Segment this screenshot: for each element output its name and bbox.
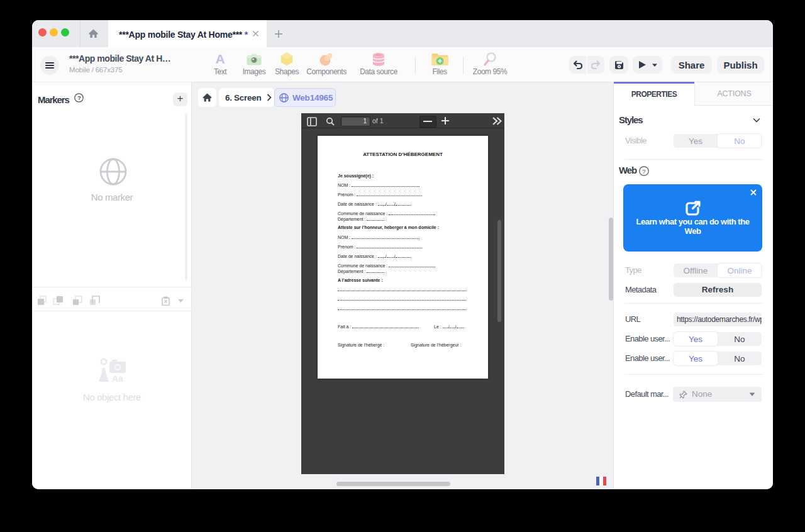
svg-text:?: ? [77,95,80,101]
svg-text:Aa: Aa [112,374,123,384]
svg-text:?: ? [642,168,645,175]
